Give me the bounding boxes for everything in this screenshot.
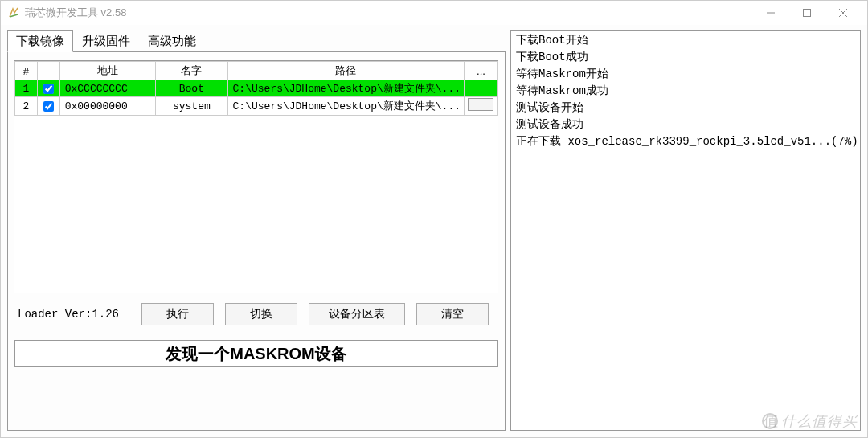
log-line: 等待Maskrom开始 <box>516 66 855 83</box>
titlebar: 瑞芯微开发工具 v2.58 <box>1 1 867 25</box>
cell-browse <box>464 97 497 116</box>
cell-browse <box>464 80 497 97</box>
minimize-icon <box>766 8 776 18</box>
cell-path[interactable]: C:\Users\JDHome\Desktop\新建文件夹\... <box>227 80 464 97</box>
col-header-name[interactable]: 名字 <box>156 62 227 80</box>
close-button[interactable] <box>825 2 861 24</box>
col-header-address[interactable]: 地址 <box>59 62 155 80</box>
log-line: 等待Maskrom成功 <box>516 83 855 100</box>
app-window: 瑞芯微开发工具 v2.58 下载镜像 升级固件 高级功能 <box>0 0 868 438</box>
svg-rect-1 <box>803 10 810 17</box>
maximize-icon <box>802 8 812 18</box>
log-panel[interactable]: 下载Boot开始下载Boot成功等待Maskrom开始等待Maskrom成功测试… <box>510 30 861 431</box>
cell-address[interactable]: 0xCCCCCCCC <box>59 80 155 97</box>
tab-advanced[interactable]: 高级功能 <box>139 30 205 52</box>
col-header-path[interactable]: 路径 <box>227 62 464 80</box>
col-header-index[interactable]: # <box>15 62 38 80</box>
close-icon <box>838 8 848 18</box>
window-title: 瑞芯微开发工具 v2.58 <box>25 6 126 20</box>
partition-button[interactable]: 设备分区表 <box>309 303 405 325</box>
log-line: 正在下载 xos_release_rk3399_rockpi_3.5lcd_v5… <box>516 133 855 150</box>
col-header-check[interactable] <box>37 62 59 80</box>
cell-checkbox <box>37 97 59 116</box>
switch-button[interactable]: 切换 <box>225 303 297 325</box>
table-row[interactable]: 10xCCCCCCCCBootC:\Users\JDHome\Desktop\新… <box>15 80 498 97</box>
image-table: # 地址 名字 路径 ... 10xCCCCCCCCBootC:\Users\J… <box>14 60 498 293</box>
col-header-more[interactable]: ... <box>464 62 497 80</box>
log-line: 下载Boot开始 <box>516 32 855 49</box>
tab-strip: 下载镜像 升级固件 高级功能 <box>7 30 506 52</box>
cell-path[interactable]: C:\Users\JDHome\Desktop\新建文件夹\... <box>227 97 464 116</box>
log-line: 测试设备成功 <box>516 117 855 133</box>
cell-checkbox <box>37 80 59 97</box>
cell-address[interactable]: 0x00000000 <box>59 97 155 116</box>
tab-panel-download: # 地址 名字 路径 ... 10xCCCCCCCCBootC:\Users\J… <box>7 51 506 431</box>
browse-button[interactable] <box>468 98 493 111</box>
clear-button[interactable]: 清空 <box>416 303 489 325</box>
execute-button[interactable]: 执行 <box>141 303 214 325</box>
device-status: 发现一个MASKROM设备 <box>14 340 498 367</box>
log-line: 测试设备开始 <box>516 100 855 117</box>
table-row[interactable]: 20x00000000systemC:\Users\JDHome\Desktop… <box>15 97 498 116</box>
cell-name[interactable]: Boot <box>156 80 227 97</box>
log-line: 下载Boot成功 <box>516 49 855 66</box>
row-checkbox[interactable] <box>43 84 54 94</box>
row-checkbox[interactable] <box>43 101 54 112</box>
minimize-button[interactable] <box>752 2 788 24</box>
app-icon <box>7 6 20 19</box>
loader-version: Loader Ver:1.26 <box>18 308 130 321</box>
maximize-button[interactable] <box>788 2 825 24</box>
cell-index: 2 <box>15 97 38 116</box>
cell-index: 1 <box>15 80 38 97</box>
tab-upgrade[interactable]: 升级固件 <box>73 30 139 52</box>
cell-name[interactable]: system <box>156 97 227 116</box>
tab-download[interactable]: 下载镜像 <box>7 30 73 52</box>
